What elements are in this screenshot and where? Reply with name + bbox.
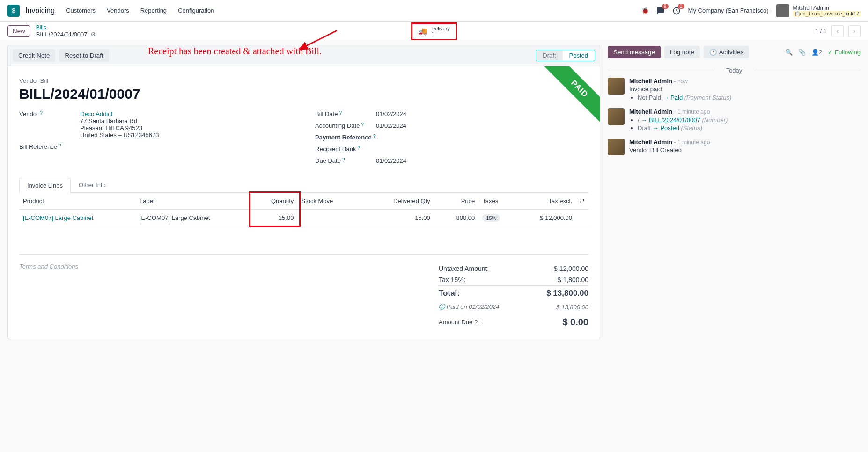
th-product[interactable]: Product: [19, 193, 136, 210]
following-button[interactable]: ✓ Following: [828, 49, 861, 56]
status-posted[interactable]: Posted: [563, 50, 595, 61]
acc-date-label: Accounting Date: [315, 122, 360, 129]
annotation-text: Receipt has been created & attached with…: [148, 46, 322, 57]
new-button[interactable]: New: [7, 25, 30, 37]
help-icon[interactable]: ?: [361, 122, 364, 129]
table-row[interactable]: [E-COM07] Large Cabinet [E-COM07] Large …: [19, 210, 588, 226]
th-price[interactable]: Price: [440, 193, 478, 210]
credit-note-button[interactable]: Credit Note: [13, 49, 55, 62]
cell-product[interactable]: [E-COM07] Large Cabinet: [23, 214, 93, 221]
cell-delivered[interactable]: 15.00: [356, 210, 440, 226]
bill-date-value[interactable]: 01/02/2024: [376, 110, 588, 117]
top-nav: $ Invoicing Customers Vendors Reporting …: [0, 0, 868, 22]
menu-vendors[interactable]: Vendors: [107, 7, 129, 14]
msg-author[interactable]: Mitchell Admin: [629, 108, 672, 115]
help-icon[interactable]: ?: [357, 146, 360, 153]
activities-badge: 1: [678, 4, 684, 9]
help-icon[interactable]: ?: [40, 110, 43, 117]
untaxed-value: $ 12,000.00: [554, 265, 588, 272]
status-draft[interactable]: Draft: [536, 50, 562, 61]
th-taxes[interactable]: Taxes: [478, 193, 516, 210]
help-icon[interactable]: ?: [59, 143, 61, 150]
recip-bank-label: Recipient Bank: [315, 146, 356, 153]
pager-next[interactable]: ›: [848, 25, 861, 37]
msg-time: - 1 minute ago: [674, 139, 710, 146]
cell-stock[interactable]: [297, 210, 356, 226]
amount-due-label: Amount Due: [439, 319, 472, 326]
acc-date-value[interactable]: 01/02/2024: [376, 122, 588, 129]
bill-ref-label: Bill Reference: [19, 143, 57, 150]
delivery-smart-button[interactable]: 🚚 Delivery 1: [411, 22, 457, 40]
avatar[interactable]: [608, 139, 625, 155]
terms-field[interactable]: Terms and Conditions: [19, 263, 427, 328]
msg-author[interactable]: Mitchell Admin: [629, 78, 672, 85]
cell-price[interactable]: 800.00: [440, 210, 478, 226]
cell-label[interactable]: [E-COM07] Large Cabinet: [136, 210, 252, 226]
activities-button[interactable]: 🕐Activities: [704, 46, 750, 58]
company-selector[interactable]: My Company (San Francisco): [688, 7, 769, 14]
amount-due-value: $ 0.00: [562, 317, 588, 328]
msg-content: Vendor Bill Created: [629, 146, 710, 153]
paid-on-label: Paid on 01/02/2024: [447, 303, 500, 310]
user-menu[interactable]: Mitchell Admin 📋do_from_invoice_knk17: [776, 4, 861, 17]
clock-icon: 🕐: [709, 49, 717, 56]
info-icon[interactable]: ⓘ: [439, 303, 445, 310]
breadcrumb-parent[interactable]: Bills: [36, 24, 46, 31]
attachment-icon[interactable]: 📎: [798, 49, 806, 56]
main-menu: Customers Vendors Reporting Configuratio…: [66, 7, 214, 14]
msg-time: - now: [674, 78, 688, 85]
tab-invoice-lines[interactable]: Invoice Lines: [19, 178, 71, 193]
messages-icon[interactable]: 9: [656, 7, 665, 15]
msg-author[interactable]: Mitchell Admin: [629, 139, 672, 146]
pager: 1 / 1 ‹ ›: [815, 25, 861, 37]
help-icon[interactable]: ?: [342, 157, 345, 164]
avatar[interactable]: [608, 108, 625, 125]
tax-label: Tax 15%:: [439, 276, 466, 284]
gear-icon[interactable]: ⚙: [90, 31, 96, 38]
chat-date-separator: Today: [608, 67, 861, 74]
log-note-button[interactable]: Log note: [664, 46, 700, 58]
help-icon[interactable]: ?: [472, 319, 478, 326]
user-name: Mitchell Admin: [793, 5, 861, 11]
chat-message: Mitchell Admin - now Invoice paid Not Pa…: [608, 78, 861, 102]
th-label[interactable]: Label: [136, 193, 252, 210]
pager-prev[interactable]: ‹: [831, 25, 844, 37]
search-icon[interactable]: 🔍: [785, 49, 793, 56]
due-date-value[interactable]: 01/02/2024: [376, 157, 588, 164]
debug-icon[interactable]: 🐞: [641, 7, 649, 14]
avatar[interactable]: [608, 78, 625, 95]
tab-other-info[interactable]: Other Info: [71, 177, 114, 192]
pager-text[interactable]: 1 / 1: [815, 28, 827, 35]
reset-draft-button[interactable]: Reset to Draft: [59, 49, 109, 62]
help-icon[interactable]: ?: [373, 134, 376, 141]
breadcrumb-bar: New Bills BILL/2024/01/0007 ⚙ 🚚 Delivery…: [0, 22, 868, 41]
activities-icon[interactable]: 1: [672, 7, 681, 15]
app-name[interactable]: Invoicing: [25, 7, 55, 15]
vendor-label: Vendor: [19, 110, 38, 117]
menu-configuration[interactable]: Configuration: [178, 7, 214, 14]
th-delivered-qty[interactable]: Delivered Qty: [356, 193, 440, 210]
send-message-button[interactable]: Send message: [608, 46, 661, 58]
cell-qty[interactable]: 15.00: [252, 210, 297, 226]
msg-content: / → BILL/2024/01/0007 (Number) Draft → P…: [629, 116, 728, 132]
cell-taxes[interactable]: 15%: [478, 210, 516, 226]
vendor-link[interactable]: Deco Addict: [80, 110, 112, 117]
th-stock-move[interactable]: Stock Move: [297, 193, 356, 210]
pay-ref-label: Payment Reference: [315, 134, 372, 141]
th-tax-excl[interactable]: Tax excl.: [516, 193, 576, 210]
breadcrumb-current: BILL/2024/01/0007: [36, 31, 88, 38]
tabs: Invoice Lines Other Info: [19, 177, 588, 193]
menu-reporting[interactable]: Reporting: [140, 7, 167, 14]
help-icon[interactable]: ?: [339, 110, 342, 117]
due-date-label: Due Date: [315, 157, 341, 164]
th-options-icon[interactable]: ⇄: [576, 193, 588, 210]
user-db: 📋do_from_invoice_knk17: [793, 11, 861, 16]
followers-button[interactable]: 👤2: [811, 49, 822, 56]
chat-message: Mitchell Admin - 1 minute ago / → BILL/2…: [608, 108, 861, 132]
menu-customers[interactable]: Customers: [66, 7, 96, 14]
vendor-addr3: United States – US12345673: [80, 131, 159, 139]
tax-value: $ 1,800.00: [558, 276, 588, 284]
msg-time: - 1 minute ago: [674, 109, 710, 115]
app-logo[interactable]: $: [7, 5, 20, 17]
th-quantity[interactable]: Quantity: [252, 193, 297, 210]
